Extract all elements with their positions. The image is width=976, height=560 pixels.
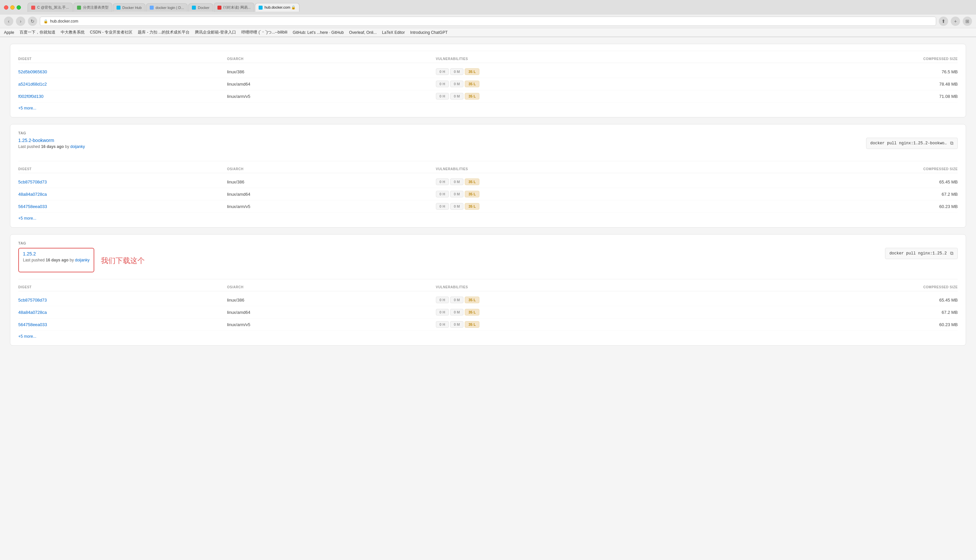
- tab-1[interactable]: C @背包_算法,手...: [28, 3, 73, 12]
- main-content: DIGEST OS/ARCH VULNERABILITIES COMPRESSE…: [0, 37, 976, 557]
- compressed-size: 65.45 MB: [749, 298, 958, 303]
- digest-table-3: DIGEST OS/ARCH VULNERABILITIES COMPRESSE…: [18, 279, 958, 331]
- more-link-3[interactable]: +5 more...: [18, 334, 36, 339]
- compressed-size: 67.2 MB: [749, 192, 958, 197]
- table-row: 5cb875708d73 linux/386 0 H 0 M 35 L 65.4…: [18, 294, 958, 306]
- table-row: 48a84a0728ca linux/amd64 0 H 0 M 35 L 67…: [18, 188, 958, 200]
- vuln-badges: 0 H 0 M 35 L: [436, 191, 749, 197]
- digest-table-1: DIGEST OS/ARCH VULNERABILITIES COMPRESSE…: [18, 51, 958, 103]
- compressed-size: 60.23 MB: [749, 204, 958, 209]
- col-vuln-header: VULNERABILITIES: [436, 167, 749, 171]
- tag-info-3: 1.25.2 Last pushed 16 days ago by doijan…: [18, 248, 145, 274]
- bookmark-bilibili[interactable]: 哔哩哔哩 (´ ᵕ `)つ...--bilibili: [241, 30, 287, 35]
- tab-4[interactable]: docker login | D...: [146, 3, 187, 12]
- badge-m: 0 M: [450, 309, 463, 315]
- tag-meta-3: Last pushed 16 days ago by doijanky: [23, 258, 90, 264]
- traffic-lights: [4, 5, 21, 10]
- bookmark-tencent[interactable]: 腾讯企业邮箱-登录入口: [195, 30, 236, 35]
- table-row: 52d5b0965630 linux/386 0 H 0 M 35 L 76.5…: [18, 66, 958, 78]
- tag-meta-author-2[interactable]: doijanky: [70, 144, 85, 149]
- col-osarch-header: OS/ARCH: [227, 57, 436, 61]
- minimize-button[interactable]: [10, 5, 15, 10]
- close-button[interactable]: [4, 5, 8, 10]
- title-bar: C @背包_算法,手... 分类注册表类型 Docker Hub docker …: [0, 0, 976, 15]
- table-row: f002f0f0d130 linux/arm/v5 0 H 0 M 35 L 7…: [18, 90, 958, 103]
- digest-link[interactable]: 5cb875708d73: [18, 298, 227, 303]
- address-bar[interactable]: 🔒 hub.docker.com: [40, 17, 936, 26]
- vuln-badges: 0 H 0 M 35 L: [436, 68, 749, 75]
- tab-7[interactable]: hub.docker.com 🔒: [255, 3, 300, 12]
- col-vuln-header: VULNERABILITIES: [436, 57, 749, 61]
- bookmark-overleaf[interactable]: Overleaf, Onli...: [349, 30, 376, 35]
- tag-meta-author-3[interactable]: doijanky: [75, 258, 90, 262]
- badge-l: 35 L: [465, 191, 480, 197]
- tab-label: C @背包_算法,手...: [37, 5, 69, 10]
- bookmark-baidu[interactable]: 百度一下，你就知道: [20, 30, 55, 35]
- digest-link[interactable]: 564758eea033: [18, 322, 227, 327]
- digest-link[interactable]: 564758eea033: [18, 204, 227, 209]
- bookmark-apple[interactable]: Apple: [4, 30, 14, 35]
- badge-m: 0 M: [450, 81, 463, 87]
- badge-m: 0 M: [450, 297, 463, 303]
- tag-name-3[interactable]: 1.25.2: [23, 251, 36, 257]
- vuln-badges: 0 H 0 M 35 L: [436, 203, 749, 210]
- copy-icon-3[interactable]: ⧉: [950, 251, 953, 256]
- col-digest-header: DIGEST: [18, 167, 227, 171]
- browser-chrome: C @背包_算法,手... 分类注册表类型 Docker Hub docker …: [0, 0, 976, 37]
- digest-link[interactable]: 52d5b0965630: [18, 69, 227, 74]
- copy-icon-2[interactable]: ⧉: [950, 141, 953, 146]
- badge-l: 35 L: [465, 321, 480, 328]
- badge-l: 35 L: [465, 297, 480, 303]
- bookmark-chatgpt[interactable]: Introducing ChatGPT: [410, 30, 448, 35]
- badge-m: 0 M: [450, 68, 463, 75]
- os-arch: linux/amd64: [227, 82, 436, 87]
- table-header-1: DIGEST OS/ARCH VULNERABILITIES COMPRESSE…: [18, 55, 958, 63]
- bookmark-zhongda[interactable]: 中大教务系统: [61, 30, 85, 35]
- tab-5[interactable]: Docker: [188, 3, 213, 12]
- tab-favicon: [150, 6, 154, 10]
- bookmark-leetcode[interactable]: 题库 - 力扣 ...的技术成长平台: [138, 30, 190, 35]
- digest-link[interactable]: 5cb875708d73: [18, 180, 227, 185]
- digest-link[interactable]: f002f0f0d130: [18, 94, 227, 99]
- forward-button[interactable]: ›: [16, 17, 25, 26]
- bookmark-latex[interactable]: LaTeX Editor: [382, 30, 405, 35]
- more-link-2[interactable]: +5 more...: [18, 216, 36, 221]
- card-1-25-2-inner: TAG 1.25.2 Last pushed 16 days ago by do…: [10, 235, 966, 345]
- more-link-1[interactable]: +5 more...: [18, 106, 36, 110]
- new-tab-button[interactable]: +: [951, 17, 960, 26]
- tag-name-2[interactable]: 1.25.2-bookworm: [18, 138, 54, 143]
- badge-h: 0 H: [436, 81, 449, 87]
- sidebar-button[interactable]: ⊞: [963, 17, 972, 26]
- compressed-size: 60.23 MB: [749, 322, 958, 327]
- maximize-button[interactable]: [17, 5, 21, 10]
- tag-label-3: TAG: [18, 241, 958, 245]
- badge-m: 0 M: [450, 191, 463, 197]
- card-1-25-2: TAG 1.25.2 Last pushed 16 days ago by do…: [10, 234, 966, 346]
- tab-label: ⑴封未读) 网易...: [224, 5, 251, 10]
- digest-link[interactable]: 48a84a0728ca: [18, 192, 227, 197]
- digest-link[interactable]: 48a84a0728ca: [18, 310, 227, 315]
- badge-m: 0 M: [450, 178, 463, 185]
- tab-6[interactable]: ⑴封未读) 网易...: [214, 3, 254, 12]
- os-arch: linux/arm/v5: [227, 322, 436, 327]
- tab-3[interactable]: Docker Hub: [113, 3, 145, 12]
- os-arch: linux/386: [227, 298, 436, 303]
- tag-info-2: 1.25.2-bookworm Last pushed 16 days ago …: [18, 138, 85, 156]
- highlighted-tag-box: 1.25.2 Last pushed 16 days ago by doijan…: [18, 248, 94, 272]
- col-size-header: COMPRESSED SIZE: [749, 57, 958, 61]
- share-button[interactable]: ⬆: [939, 17, 948, 26]
- os-arch: linux/arm/v5: [227, 94, 436, 99]
- table-header-2: DIGEST OS/ARCH VULNERABILITIES COMPRESSE…: [18, 165, 958, 173]
- tab-label: Docker: [198, 6, 209, 10]
- refresh-button[interactable]: ↻: [28, 17, 37, 26]
- back-button[interactable]: ‹: [4, 17, 13, 26]
- badge-h: 0 H: [436, 321, 449, 328]
- badge-l: 35 L: [465, 81, 480, 87]
- vuln-badges: 0 H 0 M 35 L: [436, 178, 749, 185]
- bookmark-github[interactable]: GitHub: Let's ...here · GitHub: [293, 30, 344, 35]
- docker-pull-text-2: docker pull nginx:1.25.2-bookwo…: [871, 141, 947, 146]
- digest-link[interactable]: a5241d68d1c2: [18, 82, 227, 87]
- bookmark-csdn[interactable]: CSDN - 专业开发者社区: [90, 30, 133, 35]
- tab-2[interactable]: 分类注册表类型: [74, 3, 112, 12]
- tab-label: docker login | D...: [156, 6, 184, 10]
